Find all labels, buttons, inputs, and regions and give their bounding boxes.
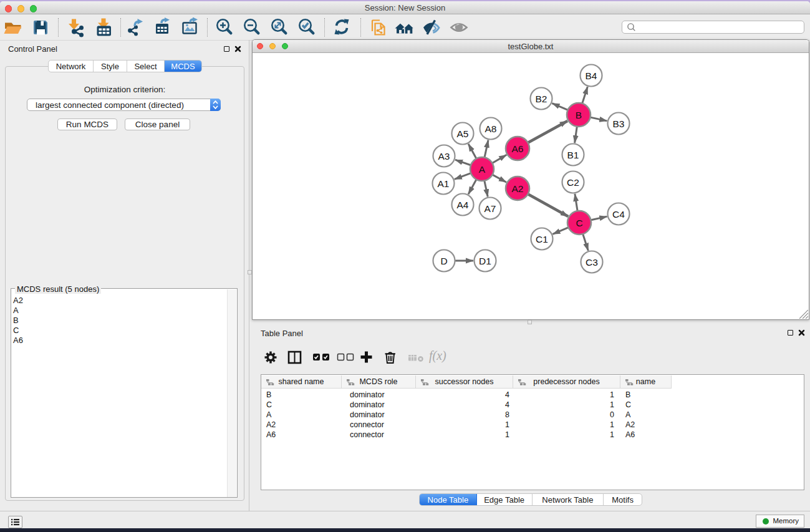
svg-text:A4: A4 [457, 200, 469, 210]
svg-text:B4: B4 [586, 70, 597, 81]
svg-text:C2: C2 [567, 177, 579, 188]
svg-text:B3: B3 [613, 118, 625, 129]
svg-text:C3: C3 [586, 257, 598, 268]
svg-text:A5: A5 [457, 128, 469, 139]
svg-text:A1: A1 [438, 178, 450, 189]
svg-text:A6: A6 [512, 143, 524, 154]
svg-text:C4: C4 [612, 209, 625, 220]
svg-text:D1: D1 [479, 256, 491, 266]
svg-text:D: D [440, 256, 447, 266]
svg-text:A8: A8 [485, 123, 497, 134]
svg-text:A: A [479, 164, 486, 175]
svg-text:B2: B2 [536, 94, 547, 104]
svg-text:A3: A3 [438, 151, 450, 162]
svg-text:B: B [576, 110, 582, 120]
svg-text:C1: C1 [536, 234, 548, 244]
svg-text:C: C [576, 218, 582, 228]
svg-text:B1: B1 [567, 150, 579, 160]
svg-text:A2: A2 [512, 183, 524, 194]
svg-text:A7: A7 [485, 203, 496, 214]
